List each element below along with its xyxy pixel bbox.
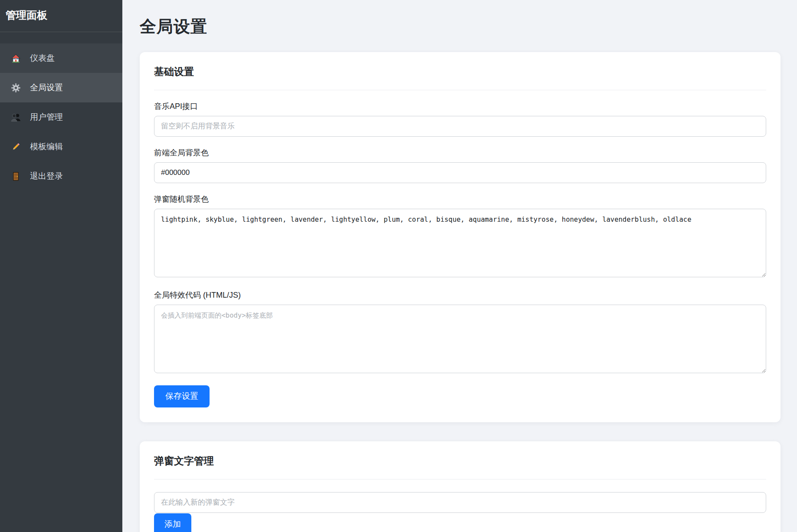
sidebar-item-label: 仪表盘	[30, 53, 55, 64]
sidebar-item-user-management[interactable]: 用户管理	[0, 102, 122, 132]
sidebar-item-label: 用户管理	[30, 112, 63, 123]
sidebar-item-label: 全局设置	[30, 82, 63, 93]
users-icon	[10, 112, 21, 123]
popup-random-colors-label: 弹窗随机背景色	[154, 194, 766, 204]
music-api-label: 音乐API接口	[154, 101, 766, 112]
sidebar: 管理面板 仪表盘	[0, 0, 122, 532]
sidebar-item-global-settings[interactable]: 全局设置	[0, 73, 122, 102]
pencil-icon	[10, 141, 21, 152]
sidebar-item-template-edit[interactable]: 模板编辑	[0, 132, 122, 161]
frontend-bg-color-group: 前端全局背景色	[154, 148, 766, 183]
basic-settings-heading: 基础设置	[154, 62, 766, 90]
global-effects-code-label: 全局特效代码 (HTML/JS)	[154, 290, 766, 300]
popup-text-input[interactable]	[154, 492, 766, 513]
sidebar-item-dashboard[interactable]: 仪表盘	[0, 43, 122, 73]
global-effects-code-group: 全局特效代码 (HTML/JS)	[154, 290, 766, 375]
sidebar-nav: 仪表盘 全局设置	[0, 43, 122, 191]
music-api-group: 音乐API接口	[154, 101, 766, 137]
sidebar-item-label: 模板编辑	[30, 141, 63, 152]
music-api-input[interactable]	[154, 116, 766, 137]
gear-icon	[10, 82, 21, 93]
global-effects-code-textarea[interactable]	[154, 305, 766, 373]
popup-text-input-row: 添加	[154, 492, 766, 532]
frontend-bg-color-label: 前端全局背景色	[154, 148, 766, 158]
add-button[interactable]: 添加	[154, 513, 191, 532]
door-icon	[10, 171, 21, 182]
sidebar-title: 管理面板	[0, 0, 122, 32]
popup-random-colors-group: 弹窗随机背景色 lightpink, skyblue, lightgreen, …	[154, 194, 766, 279]
main-content: 全局设置 基础设置 音乐API接口 前端全局背景色 弹窗随机背景色 lightp…	[122, 0, 797, 532]
page-title: 全局设置	[140, 16, 781, 38]
sidebar-item-logout[interactable]: 退出登录	[0, 161, 122, 191]
basic-settings-card: 基础设置 音乐API接口 前端全局背景色 弹窗随机背景色 lightpink, …	[140, 52, 781, 422]
save-settings-button[interactable]: 保存设置	[154, 385, 210, 407]
popup-random-colors-textarea[interactable]: lightpink, skyblue, lightgreen, lavender…	[154, 209, 766, 277]
popup-text-card: 弹窗文字管理 添加	[140, 441, 781, 532]
sidebar-item-label: 退出登录	[30, 171, 63, 182]
frontend-bg-color-input[interactable]	[154, 162, 766, 183]
app-root: 管理面板 仪表盘	[0, 0, 797, 532]
house-icon	[10, 53, 21, 64]
popup-text-heading: 弹窗文字管理	[154, 451, 766, 479]
